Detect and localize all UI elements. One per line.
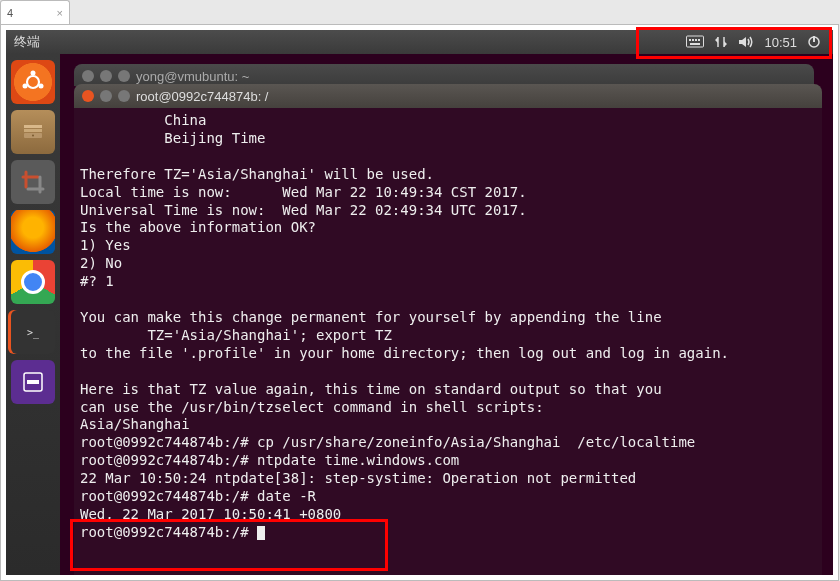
workspace-area: yong@vmubuntu: ~ root@0992c744874b: / Ch… xyxy=(60,54,833,575)
svg-rect-4 xyxy=(698,39,700,41)
launcher-chrome-icon[interactable] xyxy=(11,260,55,304)
term-line: Local time is now: Wed Mar 22 10:49:34 C… xyxy=(80,184,527,200)
term-line: Universal Time is now: Wed Mar 22 02:49:… xyxy=(80,202,527,218)
topbar-clock[interactable]: 10:51 xyxy=(764,35,797,50)
svg-point-12 xyxy=(39,84,44,89)
window-maximize-icon[interactable] xyxy=(118,70,130,82)
svg-rect-2 xyxy=(692,39,694,41)
term-line: Therefore TZ='Asia/Shanghai' will be use… xyxy=(80,166,434,182)
window-minimize-icon[interactable] xyxy=(100,70,112,82)
term-line: You can make this change permanent for y… xyxy=(80,309,662,325)
svg-rect-0 xyxy=(687,36,704,47)
term-line: Here is that TZ value again, this time o… xyxy=(80,381,662,397)
launcher-settings-icon[interactable] xyxy=(11,160,55,204)
vm-tab-label: 4 xyxy=(7,7,13,19)
window-close-icon[interactable] xyxy=(82,90,94,102)
svg-point-13 xyxy=(23,84,28,89)
term-line: Is the above information OK? xyxy=(80,219,316,235)
svg-point-10 xyxy=(27,76,39,88)
vm-tab[interactable]: 4 × xyxy=(0,0,70,24)
launcher-app-icon[interactable] xyxy=(11,360,55,404)
background-window-titlebar[interactable]: yong@vmubuntu: ~ xyxy=(74,64,814,86)
keyboard-icon[interactable] xyxy=(686,35,704,49)
foreground-window-titlebar[interactable]: root@0992c744874b: / xyxy=(74,84,822,108)
unity-topbar: 终端 10:51 xyxy=(6,30,833,54)
svg-rect-19 xyxy=(27,380,39,384)
terminal-cursor xyxy=(257,526,265,540)
term-line: China xyxy=(80,112,206,128)
svg-rect-5 xyxy=(690,43,700,45)
topbar-app-title: 终端 xyxy=(14,33,40,51)
term-line: Beijing Time xyxy=(80,130,265,146)
term-line: root@0992c744874b:/# ntpdate time.window… xyxy=(80,452,459,468)
term-line: Asia/Shanghai xyxy=(80,416,190,432)
term-line: can use the /usr/bin/tzselect command in… xyxy=(80,399,544,415)
foreground-window-title: root@0992c744874b: / xyxy=(136,89,268,104)
launcher-dash-icon[interactable] xyxy=(11,60,55,104)
window-maximize-icon[interactable] xyxy=(118,90,130,102)
svg-rect-14 xyxy=(24,125,42,128)
vm-tab-close-icon[interactable]: × xyxy=(57,7,63,19)
term-line: root@0992c744874b:/# date -R xyxy=(80,488,316,504)
vm-screen: 终端 10:51 xyxy=(6,30,833,575)
foreground-terminal-window[interactable]: root@0992c744874b: / China Beijing Time … xyxy=(74,84,822,575)
svg-point-11 xyxy=(31,71,36,76)
term-line: Wed, 22 Mar 2017 10:50:41 +0800 xyxy=(80,506,341,522)
svg-rect-3 xyxy=(695,39,697,41)
term-line: 22 Mar 10:50:24 ntpdate[38]: step-systim… xyxy=(80,470,636,486)
window-close-icon[interactable] xyxy=(82,70,94,82)
topbar-indicators: 10:51 xyxy=(686,35,825,50)
term-line: TZ='Asia/Shanghai'; export TZ xyxy=(80,327,392,343)
window-minimize-icon[interactable] xyxy=(100,90,112,102)
term-line: 1) Yes xyxy=(80,237,131,253)
launcher-files-icon[interactable] xyxy=(11,110,55,154)
background-terminal-window[interactable]: yong@vmubuntu: ~ xyxy=(74,64,814,86)
volume-icon[interactable] xyxy=(738,35,754,49)
power-icon[interactable] xyxy=(807,35,821,49)
term-line: root@0992c744874b:/# xyxy=(80,524,257,540)
launcher-firefox-icon[interactable] xyxy=(11,210,55,254)
network-icon[interactable] xyxy=(714,35,728,49)
svg-rect-15 xyxy=(24,129,42,132)
term-line: 2) No xyxy=(80,255,122,271)
term-line: #? 1 xyxy=(80,273,114,289)
vm-viewport-frame: 终端 10:51 xyxy=(0,24,839,581)
background-window-title: yong@vmubuntu: ~ xyxy=(136,69,249,84)
term-line: to the file '.profile' in your home dire… xyxy=(80,345,729,361)
unity-launcher xyxy=(6,54,60,575)
terminal-output[interactable]: China Beijing Time Therefore TZ='Asia/Sh… xyxy=(74,108,822,575)
svg-point-17 xyxy=(32,135,34,137)
launcher-terminal-icon[interactable] xyxy=(11,310,55,354)
term-line: root@0992c744874b:/# cp /usr/share/zonei… xyxy=(80,434,695,450)
svg-rect-1 xyxy=(689,39,691,41)
